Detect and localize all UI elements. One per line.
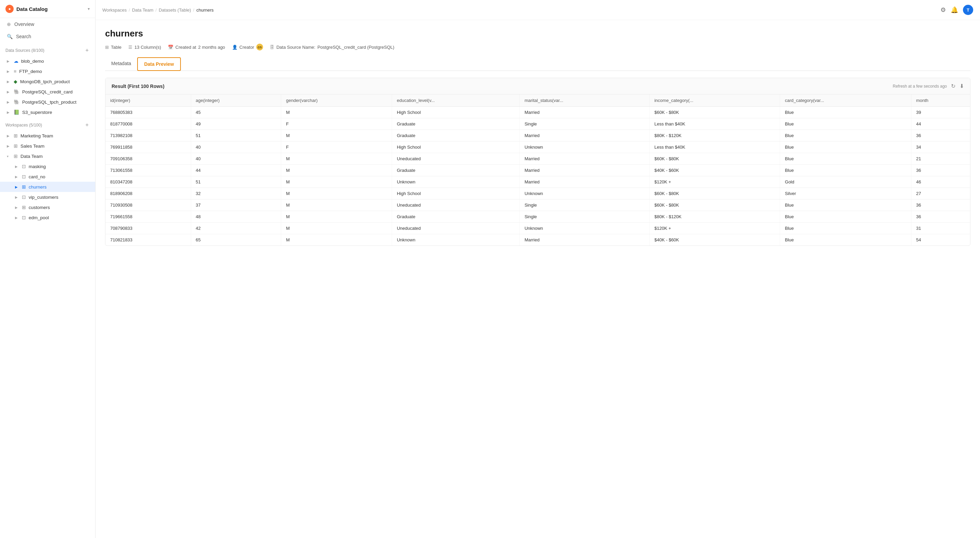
sidebar-item-label: customers (29, 205, 50, 210)
sidebar-item-label: card_no (29, 174, 45, 179)
sidebar-item-postgres-credit[interactable]: ▶ 🐘 PostgreSQL_credit_card (0, 87, 95, 97)
postgres-icon: 🐘 (14, 99, 19, 105)
sidebar-item-label: edm_pool (29, 215, 49, 220)
table-cell: Uneducated (392, 153, 519, 165)
sidebar-item-overview[interactable]: ⊕ Overview (0, 18, 95, 30)
bell-icon[interactable]: 🔔 (951, 6, 958, 14)
table-cell: 65 (191, 234, 281, 246)
table-cell: 44 (191, 165, 281, 176)
columns-icon: ☰ (128, 44, 132, 50)
table-cell: M (281, 130, 392, 141)
table-body: 76880538345MHigh SchoolMarried$60K - $80… (105, 107, 970, 246)
table-cell: Graduate (392, 118, 519, 130)
settings-icon[interactable]: ⚙ (940, 6, 946, 14)
table-row: 76880538345MHigh SchoolMarried$60K - $80… (105, 107, 970, 118)
globe-icon: ⊕ (7, 21, 11, 27)
tab-metadata[interactable]: Metadata (105, 57, 137, 71)
refresh-label: Refresh at a few seconds ago (892, 84, 947, 89)
table-cell: High School (392, 141, 519, 153)
table-row: 81890620832MHigh SchoolUnknown$60K - $80… (105, 188, 970, 200)
refresh-icon[interactable]: ↻ (951, 83, 955, 89)
table-cell: Married (520, 165, 650, 176)
breadcrumb-workspaces[interactable]: Workspaces (102, 8, 127, 13)
table-cell: $120K + (649, 223, 780, 234)
meta-creator-label: Creator (240, 44, 254, 50)
ftp-icon: ≡ (14, 68, 16, 74)
sidebar-item-sales-team[interactable]: ▶ ⊞ Sales Team (0, 141, 95, 151)
avatar[interactable]: T (963, 5, 973, 15)
column-header: gender(varchar) (281, 94, 392, 107)
table-header-row: id(integer)age(integer)gender(varchar)ed… (105, 94, 970, 107)
sidebar-item-search[interactable]: 🔍 Search (0, 30, 95, 43)
table-actions: Refresh at a few seconds ago ↻ ⬇ (892, 83, 964, 89)
download-icon[interactable]: ⬇ (959, 83, 964, 89)
sidebar-item-label: vip_customers (29, 195, 58, 200)
table-cell: Married (520, 153, 650, 165)
table-icon: ⊡ (22, 194, 26, 200)
table-cell: Unknown (520, 223, 650, 234)
table-cell: Blue (780, 107, 911, 118)
table-cell: $80K - $120K (649, 211, 780, 223)
app-logo[interactable]: ● Data Catalog (5, 5, 48, 13)
tab-data-preview[interactable]: Data Preview (137, 57, 180, 71)
table-cell: F (281, 141, 392, 153)
table-scroll[interactable]: id(integer)age(integer)gender(varchar)ed… (105, 94, 970, 246)
sidebar-item-mongodb[interactable]: ▶ ◆ MongoDB_tpch_product (0, 76, 95, 87)
table-cell: 51 (191, 130, 281, 141)
table-cell: Married (520, 176, 650, 188)
meta-created: 📅 Created at 2 months ago (168, 44, 225, 50)
table-cell: Blue (780, 223, 911, 234)
sidebar-item-vip-customers[interactable]: ▶ ⊡ vip_customers (0, 192, 95, 202)
sidebar-item-label: PostgreSQL_credit_card (22, 89, 73, 94)
table-cell: Blue (780, 211, 911, 223)
database-icon: 🗄 (270, 44, 274, 50)
sidebar-item-label: masking (29, 164, 46, 169)
person-icon: 👤 (232, 44, 237, 50)
chevron-right-icon: ▶ (7, 70, 11, 73)
breadcrumb-data-team[interactable]: Data Team (132, 8, 154, 13)
meta-created-time: 2 months ago (198, 44, 225, 50)
sidebar-item-s3[interactable]: ▶ 📗 S3_superstore (0, 107, 95, 117)
cloud-icon: ☁ (14, 58, 18, 64)
chevron-right-icon: ▶ (15, 165, 19, 168)
add-data-source-button[interactable]: ＋ (84, 47, 90, 54)
sidebar-item-edm-pool[interactable]: ▶ ⊡ edm_pool (0, 213, 95, 223)
sidebar-item-blob-demo[interactable]: ▶ ☁ blob_demo (0, 56, 95, 66)
table-icon: ⊞ (105, 44, 109, 50)
sidebar-item-churners[interactable]: ▶ ⊞ churners (0, 182, 95, 192)
add-workspace-button[interactable]: ＋ (84, 121, 90, 129)
table-cell: 710930508 (105, 200, 191, 211)
table-row: 81034720851MUnknownMarried$120K +Gold46 (105, 176, 970, 188)
table-row: 70910635840MUneducatedMarried$60K - $80K… (105, 153, 970, 165)
postgres-icon: 🐘 (14, 89, 19, 94)
meta-created-label: Created at (175, 44, 196, 50)
chevron-right-icon: ▶ (7, 100, 11, 104)
table-result-title: Result (First 100 Rows) (111, 84, 164, 89)
meta-type-label: Table (111, 44, 121, 50)
table-cell: Single (520, 200, 650, 211)
table-cell: 32 (191, 188, 281, 200)
table-cell: $40K - $60K (649, 165, 780, 176)
data-sources-section: Data Sources (8/100) ＋ (0, 43, 95, 56)
table-cell: $60K - $80K (649, 107, 780, 118)
sidebar-item-customers[interactable]: ▶ ⊞ customers (0, 202, 95, 213)
table-cell: 708790833 (105, 223, 191, 234)
sidebar-item-postgres-tpch[interactable]: ▶ 🐘 PostgreSQL_tpch_product (0, 97, 95, 107)
sidebar-item-data-team[interactable]: ▾ ⊞ Data Team (0, 151, 95, 161)
sidebar-item-card-no[interactable]: ▶ ⊡ card_no (0, 171, 95, 182)
sidebar-item-masking[interactable]: ▶ ⊡ masking (0, 161, 95, 171)
meta-type: ⊞ Table (105, 44, 121, 50)
breadcrumb-datasets[interactable]: Datasets (Table) (159, 8, 191, 13)
meta-datasource-label: Data Source Name: (277, 44, 315, 50)
sidebar-item-label: S3_superstore (22, 110, 52, 115)
table-row: 71082183365MUnknownMarried$40K - $60KBlu… (105, 234, 970, 246)
chevron-down-icon[interactable]: ▾ (88, 6, 90, 11)
sidebar-item-marketing-team[interactable]: ▶ ⊞ Marketing Team (0, 130, 95, 141)
table-cell: 34 (911, 141, 970, 153)
table-cell: 818770008 (105, 118, 191, 130)
table-cell: $120K + (649, 176, 780, 188)
table-cell: 713982108 (105, 130, 191, 141)
sidebar-item-ftp-demo[interactable]: ▶ ≡ FTP_demo (0, 66, 95, 76)
table-cell: 37 (191, 200, 281, 211)
table-cell: 54 (911, 234, 970, 246)
